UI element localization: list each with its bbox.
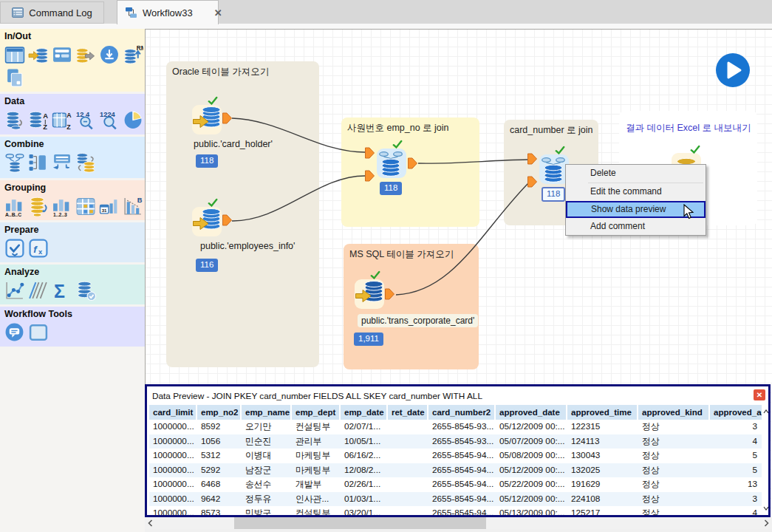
context-menu: DeleteEdit the commandShow data previewA… bbox=[565, 164, 706, 236]
split-icon[interactable] bbox=[52, 152, 72, 173]
db-sort-az-icon[interactable]: AZ bbox=[28, 109, 49, 130]
table-row[interactable]: 1000000...6468송선수개발부02/26/1...2655-8545-… bbox=[149, 477, 768, 492]
run-workflow-button[interactable] bbox=[715, 52, 751, 88]
table-cell: 송선수 bbox=[242, 477, 290, 492]
scroll-up-icon[interactable] bbox=[763, 409, 769, 414]
group-123-icon[interactable]: 1..2..3 bbox=[52, 196, 72, 216]
column-header-card_number2[interactable]: card_number2 bbox=[428, 405, 494, 420]
table-cell: 12/08/2... bbox=[341, 463, 386, 478]
output-port[interactable] bbox=[222, 112, 232, 124]
search-12-4-icon[interactable]: 12 4 bbox=[75, 109, 96, 130]
column-header-approved_date[interactable]: approved_date bbox=[496, 405, 566, 420]
table-cell: 정두유 bbox=[242, 492, 290, 507]
group-empno-join[interactable]: 사원번호 emp_no 로 join bbox=[341, 117, 479, 227]
trend-icon[interactable] bbox=[4, 280, 25, 301]
table-cell: 마케팅부 bbox=[292, 449, 339, 463]
scrollbar-thumb[interactable] bbox=[234, 517, 486, 529]
sidebar-section-workflow-tools: Workflow Tools bbox=[0, 307, 145, 347]
table-row[interactable]: 1000000...8573민방구컨설팅부03/20/1...2655-8545… bbox=[149, 506, 768, 515]
group-abc-icon[interactable]: A..B..C bbox=[4, 196, 25, 216]
table-cell: 125217 bbox=[567, 506, 637, 515]
table-row[interactable]: 1000000...9642정두유인사관...01/03/1...2655-85… bbox=[149, 492, 768, 507]
table-cell: 관리부 bbox=[292, 434, 339, 449]
table-row[interactable]: 1000000...8592오기만컨설팅부02/07/1...2655-8545… bbox=[149, 420, 768, 434]
column-header-approved_time[interactable]: approved_time bbox=[567, 405, 637, 420]
chart-b-icon[interactable]: B bbox=[123, 196, 143, 216]
column-header-approved_kind[interactable]: approved_kind bbox=[638, 405, 708, 420]
node-card-holder[interactable] bbox=[192, 105, 222, 134]
rm-db-icon[interactable]: RM bbox=[123, 44, 143, 65]
db-aggregate-icon[interactable] bbox=[28, 196, 49, 216]
merge-icon[interactable] bbox=[28, 152, 49, 173]
group-cardnumber-title: card_number 로 join bbox=[504, 120, 598, 137]
node-join-empno[interactable] bbox=[377, 149, 406, 178]
svg-text:Z: Z bbox=[43, 123, 47, 130]
sigma-icon[interactable]: Σ bbox=[52, 280, 72, 301]
table-row[interactable]: 1000000...5312이병대마케팅부06/16/2...2655-8545… bbox=[149, 449, 768, 463]
table-sort-icon[interactable]: AZ bbox=[52, 109, 72, 130]
join-icon[interactable] bbox=[4, 152, 25, 173]
close-panel-button[interactable]: ✕ bbox=[754, 389, 765, 400]
column-header-approved_amount[interactable]: approved_amount bbox=[710, 405, 768, 420]
search-1224-icon[interactable]: 1224 bbox=[99, 109, 120, 130]
input-port[interactable] bbox=[527, 153, 537, 165]
tab-workflow33[interactable]: Workflow33 ✕ bbox=[117, 0, 219, 24]
pie-chart-icon[interactable] bbox=[123, 109, 143, 130]
db-check-icon[interactable] bbox=[75, 280, 96, 301]
table-import-icon[interactable] bbox=[4, 44, 25, 65]
pivot-table-icon[interactable] bbox=[75, 196, 96, 216]
table-cell: 2655-8545-94... bbox=[428, 463, 494, 478]
column-header-emp_dept[interactable]: emp_dept bbox=[292, 405, 339, 420]
import-db-icon[interactable] bbox=[28, 44, 49, 65]
scroll-left-icon[interactable] bbox=[145, 517, 157, 529]
formula-icon[interactable]: fx bbox=[28, 238, 49, 259]
node-join-cardnumber[interactable] bbox=[539, 154, 569, 184]
node-employees-info[interactable] bbox=[192, 207, 222, 236]
scroll-right-icon[interactable] bbox=[760, 517, 772, 529]
comment-icon[interactable] bbox=[4, 322, 25, 343]
table-row[interactable]: 1000000...5292남장군마케팅부12/08/2...2655-8545… bbox=[149, 463, 768, 478]
tab-bar-strip bbox=[0, 24, 772, 29]
column-header-emp_name[interactable]: emp_name bbox=[242, 405, 290, 420]
parallel-lines-icon[interactable] bbox=[28, 280, 49, 301]
svg-text:Σ: Σ bbox=[54, 281, 65, 301]
output-port[interactable] bbox=[408, 157, 417, 169]
column-header-emp_no2[interactable]: emp_no2 bbox=[197, 405, 240, 420]
svg-text:Z: Z bbox=[66, 123, 71, 130]
table-cell: 1000000... bbox=[149, 449, 196, 463]
input-port[interactable] bbox=[365, 147, 375, 159]
table-cell bbox=[388, 449, 427, 463]
table-row[interactable]: 1000000...1056민순진관리부10/05/1...2655-8545-… bbox=[149, 434, 768, 449]
canvas-horizontal-scrollbar[interactable] bbox=[145, 517, 772, 529]
scroll-down-icon[interactable] bbox=[763, 506, 769, 511]
tab-workflow33-label: Workflow33 bbox=[143, 7, 193, 18]
output-port[interactable] bbox=[222, 214, 232, 226]
union-icon[interactable] bbox=[75, 152, 96, 173]
table-cell: 1056 bbox=[197, 434, 240, 449]
download-circle-icon[interactable] bbox=[99, 44, 120, 65]
group-oracle-import[interactable]: Oracle 테이블 가져오기 bbox=[166, 61, 319, 367]
column-header-emp_date[interactable]: emp_date bbox=[341, 405, 386, 420]
column-header-ret_date[interactable]: ret_date bbox=[388, 405, 427, 420]
menu-item-delete[interactable]: Delete bbox=[567, 165, 705, 182]
success-check-icon bbox=[208, 198, 218, 207]
input-port[interactable] bbox=[365, 170, 375, 182]
sidebar: In/OutRMDataAZAZ12 41224CombineGroupingA… bbox=[0, 29, 145, 532]
calendar-bars-icon[interactable]: 31 bbox=[99, 196, 120, 216]
output-port[interactable] bbox=[385, 288, 394, 300]
table-vertical-scrollbar[interactable] bbox=[762, 405, 768, 515]
table-header-row: card_limitemp_no2emp_nameemp_deptemp_dat… bbox=[149, 405, 768, 420]
export-db-icon[interactable] bbox=[75, 44, 96, 65]
close-tab-icon[interactable]: ✕ bbox=[214, 7, 222, 18]
input-port[interactable] bbox=[527, 176, 537, 188]
menu-item-edit-the-command[interactable]: Edit the command bbox=[567, 183, 705, 200]
tab-command-log[interactable]: Command Log bbox=[0, 1, 104, 24]
copy-files-icon[interactable] bbox=[4, 67, 25, 88]
validate-icon[interactable] bbox=[4, 238, 25, 259]
column-header-card_limit[interactable]: card_limit bbox=[149, 405, 196, 420]
node-trans-corporate-card[interactable] bbox=[355, 279, 384, 309]
menu-item-add-comment[interactable]: Add comment bbox=[567, 218, 705, 235]
frame-icon[interactable] bbox=[28, 322, 49, 343]
db-filter-icon[interactable] bbox=[4, 109, 25, 130]
form-import-icon[interactable] bbox=[52, 44, 72, 65]
